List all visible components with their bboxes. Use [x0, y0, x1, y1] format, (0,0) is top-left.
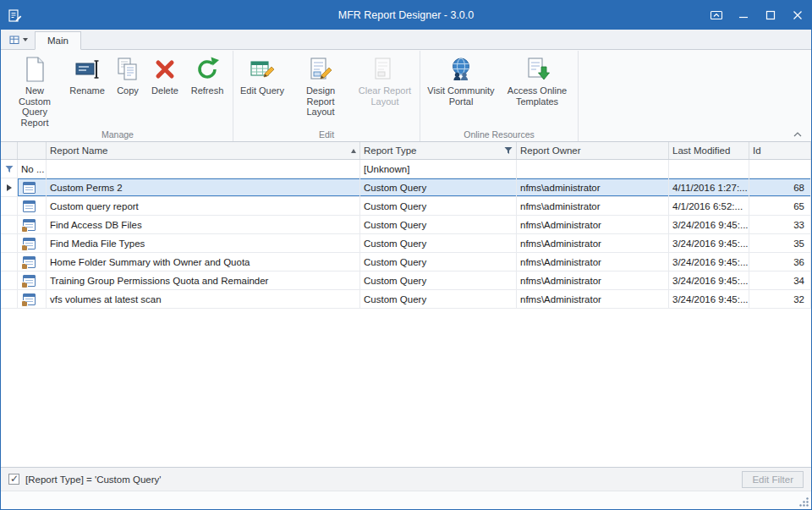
button-label: New Custom Query Report: [8, 85, 61, 128]
filter-cell-category[interactable]: No ...: [18, 160, 47, 178]
ribbon-display-options-button[interactable]: [703, 1, 730, 30]
report-name-cell[interactable]: Custom Perms 2: [47, 178, 360, 196]
filter-cell-id[interactable]: [749, 160, 811, 178]
report-owner-cell[interactable]: nfms\Administrator: [517, 216, 669, 233]
access-online-templates-button[interactable]: Access Online Templates: [500, 52, 574, 129]
filter-cell-last-modified[interactable]: [669, 160, 749, 178]
edit-query-button[interactable]: Edit Query: [237, 52, 288, 129]
report-icon-cell: [18, 253, 47, 271]
button-label: Clear Report Layout: [356, 85, 414, 107]
last-modified-cell[interactable]: 4/11/2016 1:27:...: [669, 178, 749, 196]
report-owner-cell[interactable]: nfms\Administrator: [517, 253, 669, 271]
design-report-layout-button[interactable]: Design Report Layout: [289, 52, 352, 129]
table-row[interactable]: Find Access DB Files Custom Query nfms\A…: [1, 216, 811, 234]
rename-icon: [74, 56, 101, 83]
filter-cell-report-type[interactable]: [Unknown]: [360, 160, 517, 178]
report-name-cell[interactable]: Find Media File Types: [47, 234, 360, 252]
table-row[interactable]: Custom query report Custom Query nfms\ad…: [1, 197, 811, 216]
report-name-text: Home Folder Summary with Owner and Quota: [50, 257, 250, 267]
tab-main[interactable]: Main: [35, 31, 81, 50]
delete-button[interactable]: Delete: [146, 52, 184, 129]
last-modified-cell[interactable]: 4/1/2016 6:52:...: [669, 197, 749, 215]
report-type-cell[interactable]: Custom Query: [360, 234, 517, 252]
report-name-text: Find Access DB Files: [50, 220, 142, 230]
close-icon: [793, 10, 803, 20]
filter-cell-report-name[interactable]: [47, 160, 360, 178]
clear-report-layout-button[interactable]: Clear Report Layout: [354, 52, 416, 129]
clear-report-layout-icon: [371, 56, 398, 83]
report-type-cell[interactable]: Custom Query: [360, 178, 517, 196]
table-row[interactable]: vfs volumes at latest scan Custom Query …: [1, 290, 811, 309]
report-name-cell[interactable]: Training Group Permissions Quota and Rem…: [47, 271, 360, 289]
header-report-owner[interactable]: Report Owner: [517, 142, 669, 159]
refresh-button[interactable]: Refresh: [185, 52, 229, 129]
header-id[interactable]: Id: [749, 142, 811, 159]
id-cell[interactable]: 36: [749, 253, 811, 271]
table-row[interactable]: Custom Perms 2 Custom Query nfms\adminis…: [1, 178, 811, 197]
report-type-cell[interactable]: Custom Query: [360, 197, 517, 215]
visit-community-portal-button[interactable]: Visit Community Portal: [424, 52, 498, 129]
header-report-name[interactable]: Report Name: [47, 142, 360, 159]
id-cell[interactable]: 68: [749, 178, 811, 196]
header-report-type[interactable]: Report Type: [360, 142, 517, 159]
maximize-icon: [765, 10, 776, 20]
id-cell[interactable]: 35: [749, 234, 811, 252]
group-label-manage: Manage: [3, 129, 232, 141]
ribbon-group-edit: Edit Query Design Report Layout: [233, 51, 420, 141]
button-label: Visit Community Portal: [426, 85, 496, 107]
ribbon-display-options-icon: [710, 8, 723, 22]
report-icon-cell: [18, 178, 47, 196]
last-modified-cell[interactable]: 3/24/2016 9:45:...: [669, 216, 749, 233]
report-type-cell[interactable]: Custom Query: [360, 216, 517, 233]
close-button[interactable]: [784, 1, 811, 30]
report-type-cell[interactable]: Custom Query: [360, 253, 517, 271]
collapse-ribbon-button[interactable]: [791, 129, 804, 140]
last-modified-cell[interactable]: 3/24/2016 9:45:...: [669, 234, 749, 252]
report-name-text: Training Group Permissions Quota and Rem…: [50, 276, 268, 286]
window-controls: [703, 1, 811, 30]
filter-row-indicator: [1, 160, 18, 178]
maximize-button[interactable]: [757, 1, 784, 30]
report-name-cell[interactable]: vfs volumes at latest scan: [47, 290, 360, 308]
minimize-button[interactable]: [730, 1, 757, 30]
report-type-cell[interactable]: Custom Query: [360, 290, 517, 308]
report-owner-cell[interactable]: nfms\Administrator: [517, 234, 669, 252]
last-modified-cell[interactable]: 3/24/2016 9:45:...: [669, 271, 749, 289]
report-name-cell[interactable]: Custom query report: [47, 197, 360, 215]
report-icon-cell: [18, 216, 47, 233]
button-label: Copy: [117, 85, 139, 96]
copy-button[interactable]: Copy: [111, 52, 145, 129]
row-indicator-cell: [1, 253, 18, 271]
resize-grip[interactable]: [798, 496, 809, 507]
collapse-ribbon-chevron-icon: [793, 132, 802, 137]
id-cell[interactable]: 33: [749, 216, 811, 233]
id-cell[interactable]: 65: [749, 197, 811, 215]
table-row[interactable]: Training Group Permissions Quota and Rem…: [1, 271, 811, 290]
id-cell[interactable]: 34: [749, 271, 811, 289]
report-owner-cell[interactable]: nfms\Administrator: [517, 271, 669, 289]
header-icon-column[interactable]: [18, 142, 47, 159]
grid-header-row: Report Name Report Type Report Owner Las…: [1, 142, 811, 160]
report-owner-cell[interactable]: nfms\Administrator: [517, 290, 669, 308]
filter-cell-report-owner[interactable]: [517, 160, 669, 178]
table-row[interactable]: Home Folder Summary with Owner and Quota…: [1, 253, 811, 271]
row-indicator-cell: [1, 216, 18, 233]
new-report-icon: [21, 56, 48, 83]
report-name-cell[interactable]: Find Access DB Files: [47, 216, 360, 233]
edit-filter-button[interactable]: Edit Filter: [742, 471, 804, 488]
report-owner-cell[interactable]: nfms\administrator: [517, 197, 669, 215]
last-modified-cell[interactable]: 3/24/2016 9:45:...: [669, 253, 749, 271]
app-icon: [8, 8, 22, 23]
report-type-cell[interactable]: Custom Query: [360, 271, 517, 289]
table-report-icon: [23, 200, 36, 212]
report-name-cell[interactable]: Home Folder Summary with Owner and Quota: [47, 253, 360, 271]
rename-button[interactable]: Rename: [65, 52, 109, 129]
report-owner-cell[interactable]: nfms\administrator: [517, 178, 669, 196]
application-menu-button[interactable]: [1, 30, 35, 49]
last-modified-cell[interactable]: 3/24/2016 9:45:...: [669, 290, 749, 308]
header-last-modified[interactable]: Last Modified: [669, 142, 749, 159]
filter-enabled-checkbox[interactable]: [8, 474, 19, 485]
id-cell[interactable]: 32: [749, 290, 811, 308]
table-row[interactable]: Find Media File Types Custom Query nfms\…: [1, 234, 811, 253]
new-custom-query-report-button[interactable]: New Custom Query Report: [6, 52, 63, 129]
